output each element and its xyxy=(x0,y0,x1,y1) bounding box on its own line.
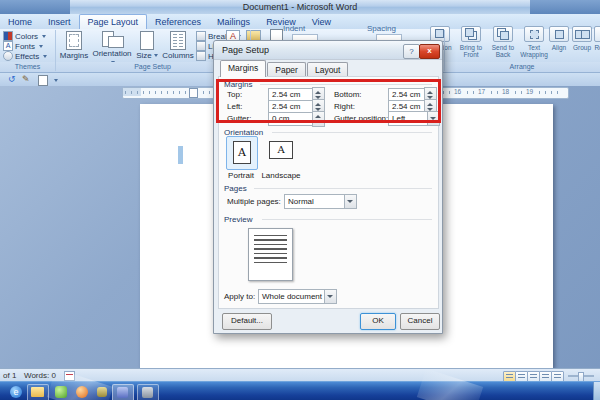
dialog-help-button[interactable]: ? xyxy=(403,44,420,59)
group-separator xyxy=(55,30,56,71)
apply-to-label: Apply to: xyxy=(224,292,255,301)
dialog-tab-paper[interactable]: Paper xyxy=(267,62,306,77)
internet-explorer-icon[interactable]: e xyxy=(10,386,22,398)
ruler-number: 17 xyxy=(477,88,486,95)
send-to-back-button[interactable]: Send to Back xyxy=(487,26,519,58)
dropdown-caret-icon xyxy=(42,35,46,38)
landscape-icon: A xyxy=(269,141,293,159)
preview-text-lines xyxy=(254,235,287,266)
firefox-icon[interactable] xyxy=(76,386,88,398)
qat-more-icon[interactable] xyxy=(54,79,58,82)
group-icon xyxy=(572,26,592,42)
tab-insert[interactable]: Insert xyxy=(40,15,79,29)
margins-icon xyxy=(66,31,82,50)
page-count-text[interactable]: of 1 xyxy=(3,371,16,380)
themes-effects-button[interactable]: Effects xyxy=(3,51,47,61)
word-application-window: Document1 - Microsoft Word Home Insert P… xyxy=(0,0,600,400)
multiple-pages-dropdown[interactable]: Normal xyxy=(284,194,357,209)
themes-colors-button[interactable]: Colors xyxy=(3,31,46,41)
tab-mailings[interactable]: Mailings xyxy=(209,15,258,29)
title-bar: Document1 - Microsoft Word xyxy=(0,0,600,15)
orientation-icon xyxy=(102,31,122,48)
columns-icon xyxy=(170,31,186,50)
tab-page-layout[interactable]: Page Layout xyxy=(79,14,148,29)
dialog-tab-margins[interactable]: Margins xyxy=(220,60,266,77)
group-rule xyxy=(254,188,432,189)
text-wrapping-button[interactable]: Text Wrapping xyxy=(518,26,550,58)
themes-group-label: Themes xyxy=(0,63,55,70)
utility-icon[interactable] xyxy=(97,387,107,397)
ruler-number: 16 xyxy=(453,88,462,95)
portrait-label: Portrait xyxy=(222,171,260,180)
hyphenation-icon xyxy=(196,51,206,61)
default-button[interactable]: Default... xyxy=(222,313,272,330)
secondary-app-icon xyxy=(142,387,153,398)
taskbar: e xyxy=(0,381,600,400)
portrait-button[interactable]: A xyxy=(226,136,258,170)
spacing-label: Spacing xyxy=(367,24,396,33)
dropdown-caret-icon xyxy=(39,45,43,48)
multiple-pages-label: Multiple pages: xyxy=(227,197,281,206)
preview-group-label: Preview xyxy=(224,215,252,224)
taskbar-secondary-app-button[interactable] xyxy=(137,384,159,400)
word-count-text[interactable]: Words: 0 xyxy=(24,371,56,380)
indent-label: Indent xyxy=(283,24,305,33)
bring-to-front-icon xyxy=(461,26,481,42)
red-highlight-box xyxy=(216,79,441,123)
pages-group-label: Pages xyxy=(224,184,247,193)
colors-icon xyxy=(3,31,13,41)
ruler-number: 19 xyxy=(525,88,534,95)
arrange-group-label: Arrange xyxy=(444,63,600,70)
dialog-tab-layout[interactable]: Layout xyxy=(307,62,349,77)
ruler-number: 18 xyxy=(501,88,510,95)
columns-button[interactable]: Columns xyxy=(162,30,194,61)
cancel-button[interactable]: Cancel xyxy=(400,313,440,330)
portrait-icon: A xyxy=(233,141,251,164)
dropdown-arrow-icon[interactable] xyxy=(344,195,356,208)
breaks-icon xyxy=(196,31,206,41)
dialog-tabs: Margins Paper Layout xyxy=(220,62,348,77)
landscape-button[interactable]: A xyxy=(263,136,299,170)
page-setup-dialog: Page Setup ? x Margins Paper Layout Marg… xyxy=(213,40,443,334)
dialog-title: Page Setup xyxy=(222,45,269,55)
ruler-indent-marker[interactable] xyxy=(189,88,198,98)
group-rule xyxy=(262,219,432,220)
themes-fonts-button[interactable]: A Fonts xyxy=(3,41,43,51)
taskbar-folder-button[interactable] xyxy=(27,384,49,400)
group-button[interactable]: Group xyxy=(571,26,593,51)
bring-to-front-button[interactable]: Bring to Front xyxy=(455,26,487,58)
taskbar-active-app-button[interactable] xyxy=(112,384,134,400)
margins-button[interactable]: Margins xyxy=(58,30,90,61)
fonts-icon: A xyxy=(3,41,13,51)
align-button[interactable]: Align xyxy=(548,26,570,51)
green-app-icon[interactable] xyxy=(55,386,67,398)
edit-icon[interactable]: ✎ xyxy=(22,74,30,84)
ok-button[interactable]: OK xyxy=(360,313,396,330)
active-word-icon xyxy=(117,387,128,398)
rotate-button[interactable]: Rotate xyxy=(593,26,600,51)
apply-to-dropdown[interactable]: Whole document xyxy=(258,289,337,304)
send-to-back-icon xyxy=(493,26,513,42)
size-icon xyxy=(140,31,154,50)
folder-icon xyxy=(31,387,44,397)
group-separator xyxy=(444,30,445,71)
orientation-button[interactable]: Orientation xyxy=(92,30,132,61)
undo-icon[interactable]: ↺ xyxy=(8,74,16,84)
print-preview-icon[interactable] xyxy=(38,75,48,86)
dropdown-arrow-icon[interactable] xyxy=(324,290,336,303)
size-button[interactable]: Size xyxy=(134,30,160,61)
dialog-title-bar[interactable]: Page Setup ? x xyxy=(214,41,442,60)
line-numbers-icon xyxy=(196,41,206,51)
tab-view[interactable]: View xyxy=(304,15,339,29)
preview-thumbnail xyxy=(248,228,293,281)
dropdown-caret-icon xyxy=(43,55,47,58)
show-desktop-button[interactable] xyxy=(593,382,600,400)
dropdown-caret-icon xyxy=(154,54,158,57)
landscape-label: Landscape xyxy=(260,171,302,180)
tab-references[interactable]: References xyxy=(147,15,209,29)
group-rule xyxy=(272,132,432,133)
text-cursor-highlight xyxy=(178,146,183,164)
tab-home[interactable]: Home xyxy=(0,15,40,29)
dialog-close-button[interactable]: x xyxy=(419,44,440,59)
text-wrapping-icon xyxy=(524,26,544,42)
